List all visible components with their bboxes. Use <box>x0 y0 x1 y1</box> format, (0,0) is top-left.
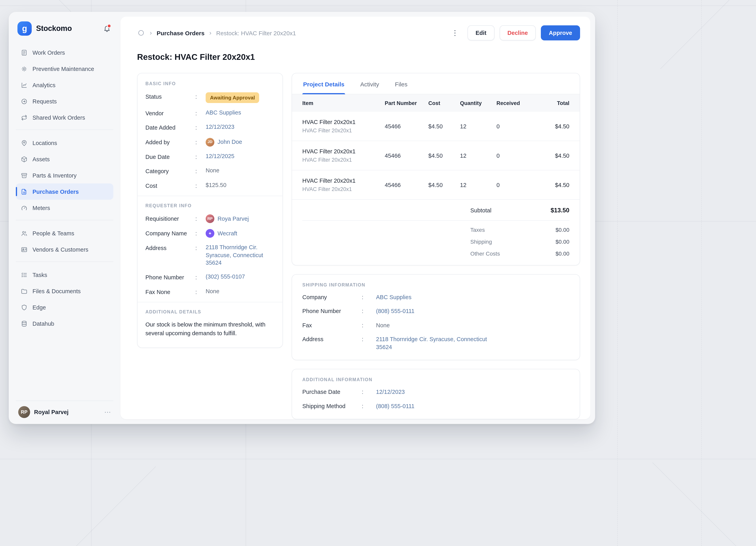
sidebar-item-purchase-orders[interactable]: Purchase Orders <box>16 183 113 200</box>
edit-button[interactable]: Edit <box>468 25 494 40</box>
colon: : <box>195 244 206 252</box>
bg-line <box>701 0 702 546</box>
field-label: Address <box>145 244 195 252</box>
map-pin-icon <box>21 139 28 146</box>
sidebar-item-vendors-customers[interactable]: Vendors & Customers <box>16 241 113 258</box>
total-cell: $4.50 <box>533 123 569 129</box>
breadcrumb-current: Restock: HVAC Filter 20x20x1 <box>216 30 296 36</box>
tab-project-details[interactable]: Project Details <box>302 73 345 94</box>
requisitioner-link[interactable]: Roya Parvej <box>218 215 249 223</box>
item-cell: HVAC Filter 20x20x1 HVAC Filter 20x20x1 <box>302 148 385 163</box>
sidebar-item-edge[interactable]: Edge <box>16 299 113 315</box>
added-by-avatar: JD <box>206 138 214 146</box>
breadcrumb-root-icon[interactable] <box>137 29 145 37</box>
additional-details-text: Our stock is below the minimum threshold… <box>145 321 275 338</box>
more-options-kebab-icon[interactable]: ⋮ <box>447 29 462 37</box>
vendor-row: Vendor : ABC Supplies <box>145 109 275 117</box>
tab-files[interactable]: Files <box>394 73 408 94</box>
sidebar-item-datahub[interactable]: Datahub <box>16 315 113 332</box>
requester-info-section-title: REQUESTER INFO <box>145 203 275 208</box>
people-icon <box>21 230 28 237</box>
shipping-fax-value: None <box>376 321 390 329</box>
sidebar-item-preventive-maintenance[interactable]: Preventive Maintenance <box>16 61 113 77</box>
table-row: HVAC Filter 20x20x1 HVAC Filter 20x20x1 … <box>292 141 580 170</box>
shipping-company-link[interactable]: ABC Supplies <box>376 293 411 301</box>
shipping-method-value: (808) 555-0111 <box>376 402 414 410</box>
shipping-value: $0.00 <box>523 239 569 245</box>
approve-button[interactable]: Approve <box>541 25 580 40</box>
field-label: Category <box>145 167 195 175</box>
sidebar-item-label: Meters <box>32 205 50 211</box>
colon: : <box>362 335 376 343</box>
colon: : <box>195 229 206 238</box>
status-badge: Awaiting Approval <box>206 92 259 103</box>
colon: : <box>195 167 206 175</box>
cost-cell: $4.50 <box>428 182 460 188</box>
user-menu-ellipsis-icon[interactable]: ⋯ <box>104 408 111 416</box>
subtotal-row: Subtotal $13.50 <box>302 200 569 221</box>
received-cell: 0 <box>496 123 533 129</box>
colon: : <box>362 307 376 315</box>
notifications-bell-icon[interactable] <box>102 24 112 33</box>
cost-value: $125.50 <box>206 181 226 189</box>
analytics-chart-icon <box>21 81 28 89</box>
tab-bar: Project Details Activity Files <box>292 73 580 94</box>
shipping-address-value: 2118 Thornridge Cir. Syracuse, Connectic… <box>376 335 495 351</box>
additional-information-title: ADDITIONAL INFORMATION <box>302 377 569 382</box>
fax-row: Fax : None <box>302 321 569 329</box>
sidebar-item-analytics[interactable]: Analytics <box>16 77 113 93</box>
address-row: Address : 2118 Thornridge Cir. Syracuse,… <box>302 335 569 351</box>
sidebar-item-work-orders[interactable]: Work Orders <box>16 44 113 61</box>
colon: : <box>195 152 206 161</box>
sidebar-item-people-teams[interactable]: People & Teams <box>16 225 113 241</box>
divider <box>137 196 283 196</box>
sidebar-item-shared-work-orders[interactable]: Shared Work Orders <box>16 109 113 126</box>
purchase-order-document-icon <box>21 188 28 195</box>
sidebar-item-files-documents[interactable]: Files & Documents <box>16 283 113 299</box>
address-value: 2118 Thornridge Cir. Syracuse, Connectic… <box>206 244 275 267</box>
decline-button[interactable]: Decline <box>499 25 536 40</box>
sidebar-item-requests[interactable]: Requests <box>16 93 113 109</box>
sidebar-user-row[interactable]: RP Royal Parvej ⋯ <box>16 401 113 424</box>
purchase-date-value: 12/12/2023 <box>376 388 405 396</box>
colon: : <box>362 388 376 396</box>
sidebar-item-tasks[interactable]: Tasks <box>16 267 113 283</box>
part-number-cell: 45466 <box>385 123 428 129</box>
detail-column: Project Details Activity Files Item Part… <box>292 73 580 419</box>
added-by-link[interactable]: John Doe <box>218 138 242 146</box>
total-cell: $4.50 <box>533 182 569 188</box>
sidebar-item-label: Purchase Orders <box>32 188 79 195</box>
total-cell: $4.50 <box>533 152 569 159</box>
sidebar-item-label: Parts & Inventory <box>32 172 76 179</box>
colon: : <box>195 92 206 101</box>
item-cell: HVAC Filter 20x20x1 HVAC Filter 20x20x1 <box>302 119 385 134</box>
fax-value: None <box>206 287 219 295</box>
vendor-link[interactable]: ABC Supplies <box>206 109 241 116</box>
folder-icon <box>21 287 28 295</box>
quantity-cell: 12 <box>460 152 496 159</box>
colon: : <box>195 273 206 282</box>
shipping-label: Shipping <box>470 239 523 245</box>
sidebar-item-locations[interactable]: Locations <box>16 135 113 151</box>
sidebar-item-parts-inventory[interactable]: Parts & Inventory <box>16 167 113 183</box>
project-details-panel: Project Details Activity Files Item Part… <box>292 73 580 265</box>
sidebar-item-label: Analytics <box>32 82 55 88</box>
cost-cell: $4.50 <box>428 152 460 159</box>
requisitioner-avatar: RP <box>206 215 214 223</box>
tab-activity[interactable]: Activity <box>359 73 380 94</box>
cost-row: Cost : $125.50 <box>145 181 275 190</box>
content-area: BASIC INFO Status : Awaiting Approval Ve… <box>120 62 590 419</box>
quantity-cell: 12 <box>460 182 496 188</box>
main-panel: › Purchase Orders › Restock: HVAC Filter… <box>120 17 590 419</box>
taxes-value: $0.00 <box>523 227 569 233</box>
breadcrumb-purchase-orders[interactable]: Purchase Orders <box>157 30 205 36</box>
sidebar-item-label: Files & Documents <box>32 288 81 294</box>
shield-icon <box>21 304 28 311</box>
chevron-right-icon: › <box>149 29 153 36</box>
company-link[interactable]: Wecraft <box>218 230 237 237</box>
sidebar-item-meters[interactable]: Meters <box>16 200 113 216</box>
field-label: Company <box>302 293 362 301</box>
date-added-value: 12/12/2023 <box>206 123 234 131</box>
sidebar-item-assets[interactable]: Assets <box>16 151 113 167</box>
field-label: Requisitioner <box>145 215 195 223</box>
